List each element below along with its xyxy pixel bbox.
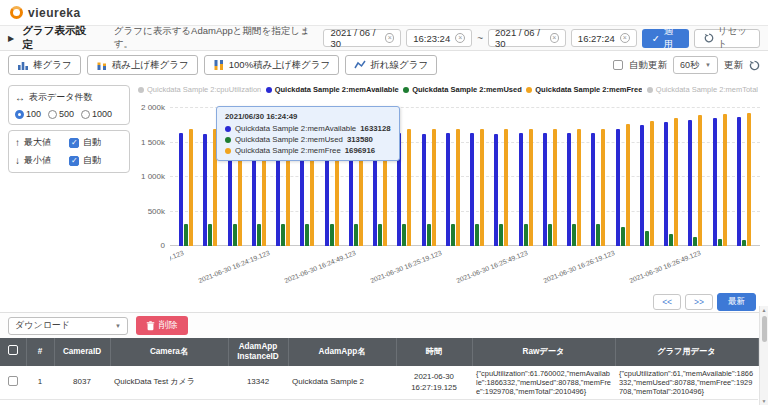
bar-memFree[interactable] bbox=[480, 129, 484, 246]
bar-memUsed[interactable] bbox=[378, 224, 382, 246]
bar-memUsed[interactable] bbox=[524, 224, 528, 246]
data-count-option-100[interactable]: 100 bbox=[15, 109, 41, 119]
data-count-option-500[interactable]: 500 bbox=[48, 109, 74, 119]
stacked-bar-chart-button[interactable]: 積み上げ棒グラフ bbox=[87, 55, 198, 75]
time-to-input[interactable]: 16:27:24 × bbox=[571, 29, 637, 47]
bar-group[interactable] bbox=[514, 129, 538, 246]
bar-memFree[interactable] bbox=[747, 113, 751, 246]
bar-memUsed[interactable] bbox=[451, 224, 455, 246]
clear-date-to-icon[interactable]: × bbox=[550, 33, 559, 43]
bar-memUsed[interactable] bbox=[669, 234, 673, 246]
bar-memFree[interactable] bbox=[723, 114, 727, 246]
download-select[interactable]: ダウンロード ▼ bbox=[8, 317, 128, 335]
legend-item[interactable]: Quickdata Sample 2:memUsed bbox=[403, 85, 522, 94]
delete-button[interactable]: 削除 bbox=[136, 316, 188, 335]
bar-group[interactable] bbox=[417, 129, 441, 246]
bar-memFree[interactable] bbox=[626, 124, 630, 246]
bar-memUsed[interactable] bbox=[572, 224, 576, 246]
brand-logo[interactable]: vieureka bbox=[10, 6, 81, 20]
bar-memFree[interactable] bbox=[601, 129, 605, 246]
bar-memUsed[interactable] bbox=[330, 224, 334, 246]
bar-memUsed[interactable] bbox=[427, 224, 431, 246]
bar-memUsed[interactable] bbox=[548, 224, 552, 246]
bar-memUsed[interactable] bbox=[621, 227, 625, 246]
bar-memFree[interactable] bbox=[577, 129, 581, 246]
legend-item[interactable]: Quickdata Sample 2:memAvailable bbox=[266, 85, 399, 94]
bar-group[interactable] bbox=[174, 129, 198, 246]
auto-update-checkbox[interactable] bbox=[613, 60, 623, 70]
bar-memAvailable[interactable] bbox=[567, 133, 571, 246]
bar-group[interactable] bbox=[683, 115, 707, 246]
bar-memFree[interactable] bbox=[529, 129, 533, 246]
bar-group[interactable] bbox=[611, 124, 635, 246]
scrollbar-thumb[interactable] bbox=[762, 316, 767, 342]
bar-memFree[interactable] bbox=[432, 129, 436, 246]
bar-group[interactable] bbox=[441, 129, 465, 246]
bar-memAvailable[interactable] bbox=[591, 133, 595, 246]
bar-memUsed[interactable] bbox=[184, 224, 188, 246]
collapse-caret-icon[interactable]: ▶ bbox=[8, 34, 14, 43]
min-auto-checkbox[interactable] bbox=[69, 156, 79, 166]
clear-time-to-icon[interactable]: × bbox=[620, 33, 630, 43]
scroll-up-icon[interactable]: ▲ bbox=[762, 306, 767, 314]
bar-memFree[interactable] bbox=[698, 115, 702, 246]
stacked-100-bar-chart-button[interactable]: 100%積み上げ棒グラフ bbox=[204, 55, 339, 75]
time-from-input[interactable]: 16:23:24 × bbox=[406, 29, 472, 47]
bar-memUsed[interactable] bbox=[693, 237, 697, 246]
bar-memFree[interactable] bbox=[189, 129, 193, 246]
legend-item[interactable]: Quickdata Sample 2:memFree bbox=[526, 85, 642, 94]
bar-memUsed[interactable] bbox=[233, 224, 237, 246]
bar-memAvailable[interactable] bbox=[470, 133, 474, 246]
bar-memAvailable[interactable] bbox=[179, 133, 183, 246]
line-chart-button[interactable]: 折れ線グラフ bbox=[345, 55, 437, 75]
bar-memFree[interactable] bbox=[553, 129, 557, 246]
bar-group[interactable] bbox=[489, 129, 513, 246]
bar-memAvailable[interactable] bbox=[737, 117, 741, 246]
legend-item[interactable]: Quickdata Sample 2:cpuUtilization bbox=[138, 85, 261, 94]
bar-memAvailable[interactable] bbox=[494, 134, 498, 246]
bar-memUsed[interactable] bbox=[257, 224, 261, 246]
vertical-scrollbar[interactable]: ▲ ▼ bbox=[759, 306, 768, 405]
bar-memAvailable[interactable] bbox=[664, 122, 668, 246]
scroll-down-icon[interactable]: ▼ bbox=[762, 397, 767, 405]
bar-group[interactable] bbox=[562, 129, 586, 246]
bar-memAvailable[interactable] bbox=[446, 133, 450, 246]
bar-memAvailable[interactable] bbox=[616, 129, 620, 246]
bar-memFree[interactable] bbox=[456, 129, 460, 246]
bar-memAvailable[interactable] bbox=[519, 133, 523, 246]
bar-memUsed[interactable] bbox=[208, 224, 212, 246]
max-auto-checkbox[interactable] bbox=[69, 138, 79, 148]
bar-memAvailable[interactable] bbox=[203, 134, 207, 247]
bar-memFree[interactable] bbox=[407, 129, 411, 246]
bar-memAvailable[interactable] bbox=[640, 125, 644, 246]
bar-group[interactable] bbox=[708, 114, 732, 246]
bar-memAvailable[interactable] bbox=[543, 133, 547, 246]
reset-button[interactable]: リセット bbox=[694, 29, 760, 48]
bar-memUsed[interactable] bbox=[354, 224, 358, 246]
prev-page-button[interactable]: << bbox=[653, 294, 681, 310]
bar-memUsed[interactable] bbox=[475, 224, 479, 246]
clear-date-from-icon[interactable]: × bbox=[385, 33, 394, 43]
bar-memFree[interactable] bbox=[650, 121, 654, 246]
legend-item[interactable]: Quickdata Sample 2:memTotal bbox=[647, 85, 758, 94]
bar-group[interactable] bbox=[659, 118, 683, 246]
select-all-checkbox[interactable] bbox=[8, 345, 18, 355]
bar-group[interactable] bbox=[635, 121, 659, 246]
bar-memUsed[interactable] bbox=[305, 224, 309, 246]
bar-group[interactable] bbox=[732, 113, 756, 246]
bar-memAvailable[interactable] bbox=[713, 118, 717, 246]
date-to-input[interactable]: 2021 / 06 / 30 × bbox=[488, 29, 566, 47]
update-label[interactable]: 更新 bbox=[724, 59, 743, 72]
interval-select[interactable]: 60秒 ▼ bbox=[673, 56, 718, 74]
bar-memUsed[interactable] bbox=[281, 224, 285, 246]
data-count-option-1000[interactable]: 1000 bbox=[81, 109, 112, 119]
bar-memUsed[interactable] bbox=[402, 224, 406, 246]
row-checkbox[interactable] bbox=[8, 376, 18, 386]
clear-time-from-icon[interactable]: × bbox=[455, 33, 465, 43]
bar-memFree[interactable] bbox=[674, 118, 678, 246]
bar-memUsed[interactable] bbox=[645, 231, 649, 246]
bar-memUsed[interactable] bbox=[718, 239, 722, 246]
bar-memUsed[interactable] bbox=[596, 224, 600, 246]
bar-group[interactable] bbox=[586, 129, 610, 246]
bar-memFree[interactable] bbox=[504, 129, 508, 246]
